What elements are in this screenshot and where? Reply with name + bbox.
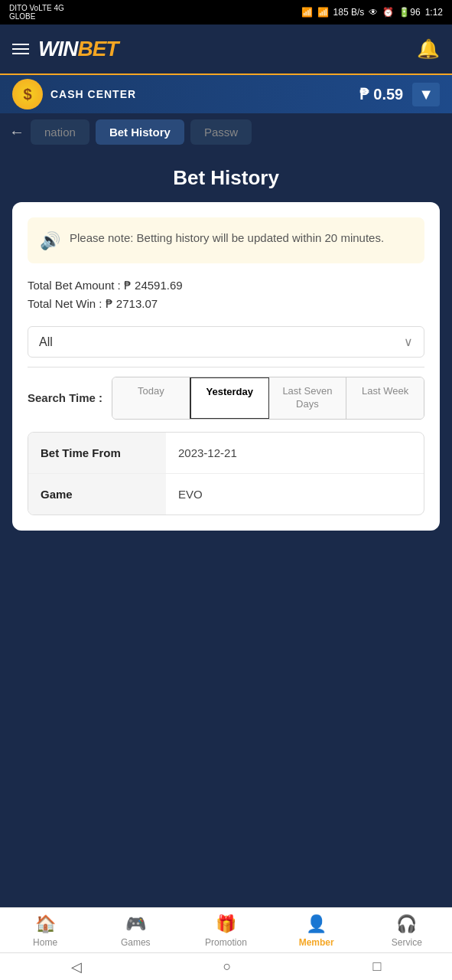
game-label: Game	[28, 474, 166, 514]
hamburger-menu[interactable]	[12, 44, 29, 54]
alarm-icon: ⏰	[382, 7, 394, 18]
promotion-label: Promotion	[205, 937, 247, 948]
time-filter-buttons: Today Yesterday Last Seven Days Last Wee…	[112, 377, 424, 420]
time-btn-last-seven-days[interactable]: Last Seven Days	[269, 377, 347, 419]
notification-bell[interactable]: 🔔	[417, 38, 440, 60]
game-value: EVO	[166, 474, 424, 514]
nav-promotion[interactable]: 🎁 Promotion	[203, 914, 249, 948]
dropdown-value: All	[39, 335, 53, 349]
status-bar: DITO VoLTE 4G GLOBE 📶 📶 185 B/s 👁 ⏰ 🔋96 …	[0, 0, 452, 24]
nav-games[interactable]: 🎮 Games	[112, 914, 158, 948]
total-net-win-value: ₱ 2713.07	[106, 297, 158, 310]
balance-dropdown-btn[interactable]: ▼	[412, 83, 440, 106]
signal-icon2: 📶	[317, 7, 329, 18]
bet-time-from-label: Bet Time From	[28, 433, 166, 473]
notice-text: Please note: Betting history will be upd…	[70, 230, 384, 247]
tab-information[interactable]: nation	[31, 119, 89, 145]
service-label: Service	[392, 937, 422, 948]
table-row: Game EVO	[28, 474, 424, 514]
nav-service[interactable]: 🎧 Service	[384, 914, 430, 948]
promotion-icon: 🎁	[216, 914, 236, 934]
signal-icon: 📶	[301, 7, 313, 18]
total-bet-value: ₱ 24591.69	[124, 279, 183, 292]
nav-member[interactable]: 👤 Member	[294, 914, 340, 948]
dropdown-arrow-icon: ∨	[404, 335, 413, 349]
sys-back-btn[interactable]: ◁	[71, 959, 82, 975]
sys-home-btn[interactable]: ○	[223, 959, 232, 975]
time-btn-today[interactable]: Today	[112, 377, 190, 419]
time-btn-last-week[interactable]: Last Week	[346, 377, 424, 419]
total-bet-label: Total Bet Amount :	[28, 279, 121, 292]
divider	[28, 367, 424, 368]
time-label: 1:12	[425, 7, 443, 18]
balance-display: ₱ 0.59	[359, 85, 404, 103]
page-content: Bet History 🔊 Please note: Betting histo…	[0, 151, 452, 980]
eye-icon: 👁	[369, 7, 378, 18]
bet-time-from-value: 2023-12-21	[166, 433, 424, 473]
notice-icon: 🔊	[40, 231, 60, 251]
search-time-label: Search Time :	[28, 377, 112, 420]
total-net-win-line: Total Net Win : ₱ 2713.07	[28, 297, 424, 311]
time-btn-yesterday[interactable]: Yesterday	[190, 377, 270, 420]
carrier1-label: DITO VoLTE 4G	[9, 4, 64, 12]
system-nav: ◁ ○ □	[0, 952, 452, 980]
game-filter-dropdown[interactable]: All ∨	[28, 326, 424, 358]
tab-password[interactable]: Passw	[190, 119, 252, 145]
carrier-info: DITO VoLTE 4G GLOBE	[9, 4, 64, 21]
speed-label: 185 B/s	[333, 7, 365, 18]
logo-text: WINBET	[38, 37, 118, 61]
battery-icon: 🔋96	[398, 7, 420, 18]
games-label: Games	[121, 937, 151, 948]
notice-box: 🔊 Please note: Betting history will be u…	[28, 217, 424, 263]
sys-recent-btn[interactable]: □	[373, 959, 382, 975]
app-logo: WINBET	[38, 37, 118, 61]
page-title: Bet History	[0, 151, 452, 202]
main-card: 🔊 Please note: Betting history will be u…	[12, 202, 440, 531]
cash-center-bar: $ CASH CENTER ₱ 0.59 ▼	[0, 74, 452, 113]
dollar-coin-icon: $	[12, 79, 43, 109]
header-left: WINBET	[12, 37, 118, 61]
search-time-section: Search Time : Today Yesterday Last Seven…	[28, 377, 424, 420]
home-icon: 🏠	[35, 914, 56, 934]
bottom-nav: 🏠 Home 🎮 Games 🎁 Promotion 👤 Member 🎧 Se…	[0, 907, 452, 952]
table-row: Bet Time From 2023-12-21	[28, 433, 424, 474]
member-icon: 👤	[306, 914, 327, 934]
cash-center-label: CASH CENTER	[50, 88, 359, 100]
tab-bet-history[interactable]: Bet History	[96, 119, 184, 145]
logo-win: WIN	[38, 37, 77, 60]
carrier2-label: GLOBE	[9, 12, 64, 21]
stats-section: Total Bet Amount : ₱ 24591.69 Total Net …	[28, 279, 424, 311]
member-label: Member	[299, 937, 334, 948]
nav-home[interactable]: 🏠 Home	[22, 914, 68, 948]
total-net-win-label: Total Net Win :	[28, 297, 102, 310]
bet-data-table: Bet Time From 2023-12-21 Game EVO	[28, 432, 424, 515]
tab-bar: ← nation Bet History Passw	[0, 113, 452, 151]
games-icon: 🎮	[125, 914, 146, 934]
logo-bet: BET	[77, 37, 118, 60]
back-button[interactable]: ←	[9, 123, 24, 141]
home-label: Home	[33, 937, 57, 948]
status-right: 📶 📶 185 B/s 👁 ⏰ 🔋96 1:12	[301, 7, 443, 18]
total-bet-line: Total Bet Amount : ₱ 24591.69	[28, 279, 424, 292]
app-header: WINBET 🔔	[0, 24, 452, 74]
service-icon: 🎧	[396, 914, 417, 934]
